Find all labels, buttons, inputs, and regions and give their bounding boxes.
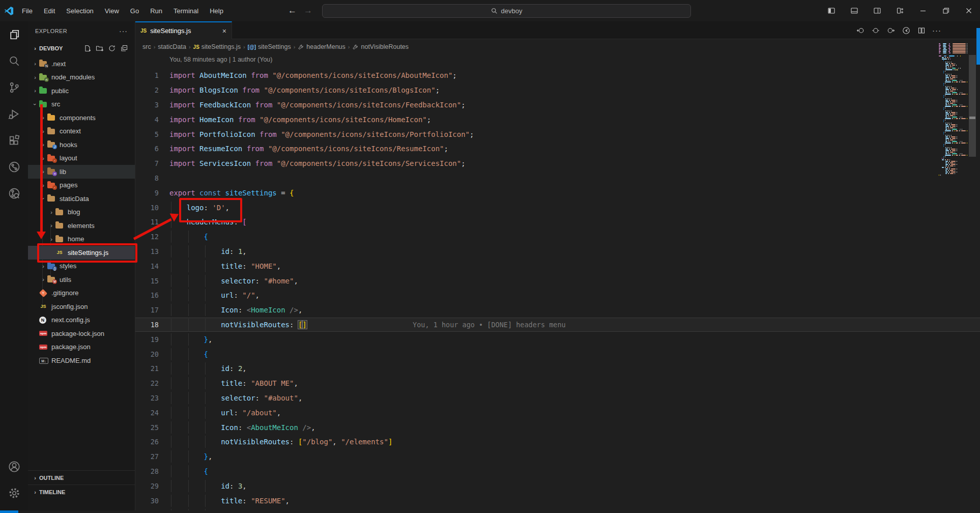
line-number[interactable]: 3 — [135, 101, 169, 109]
line-number[interactable]: 15 — [135, 277, 169, 285]
code-line-11[interactable]: 11 headerMenus: [ — [135, 215, 980, 230]
nav-forward-arrow-icon[interactable]: → — [304, 6, 312, 16]
code-line-16[interactable]: 16 url: "/", — [135, 288, 980, 303]
tree-item-node-modules[interactable]: ›nnode_modules — [28, 71, 135, 84]
timeline-section-header[interactable]: › TIMELINE — [28, 484, 135, 499]
scrollbar-thumb[interactable] — [969, 55, 976, 157]
nav-forward-circle-button[interactable] — [886, 25, 896, 36]
line-number[interactable]: 23 — [135, 394, 169, 402]
code-line-4[interactable]: 4import HomeIcon from "@/components/icon… — [135, 112, 980, 127]
tree-item-context[interactable]: ›context — [28, 125, 135, 138]
code-line-17[interactable]: 17 Icon: <HomeIcon />, — [135, 303, 980, 318]
more-actions-button[interactable]: ··· — [932, 25, 942, 36]
refresh-button[interactable] — [107, 44, 117, 53]
layout-sidebar-right-button[interactable] — [866, 0, 888, 21]
code-line-15[interactable]: 15 selector: "#home", — [135, 273, 980, 288]
menu-help[interactable]: Help — [205, 5, 228, 17]
breadcrumb-item-staticdata[interactable]: staticData — [158, 43, 186, 50]
tree-item--next[interactable]: ›N.next — [28, 57, 135, 71]
tree-item-package-json[interactable]: npmpackage.json — [28, 340, 135, 354]
minimap[interactable] — [939, 43, 968, 176]
line-number[interactable]: 17 — [135, 306, 169, 314]
line-number[interactable]: 25 — [135, 423, 169, 432]
code-line-6[interactable]: 6import ResumeIcon from "@/components/ic… — [135, 141, 980, 156]
code-line-21[interactable]: 21 id: 2, — [135, 361, 980, 376]
code-line-7[interactable]: 7import ServicesIcon from "@/components/… — [135, 156, 980, 171]
editor-scrollbar[interactable] — [968, 21, 976, 510]
code-line-29[interactable]: 29 id: 3, — [135, 478, 980, 493]
tree-item-lib[interactable]: ›≡lib — [28, 165, 135, 179]
menu-terminal[interactable]: Terminal — [169, 5, 203, 17]
tree-item--gitignore[interactable]: ⑂.gitignore — [28, 287, 135, 300]
tree-item-jsconfig-json[interactable]: JSjsconfig.json — [28, 300, 135, 314]
code-line-30[interactable]: 30 title: "RESUME", — [135, 493, 980, 508]
code-editor[interactable]: You, 58 minutes ago | 1 author (You) 1im… — [135, 54, 980, 513]
tree-item-blog[interactable]: ›blog — [28, 206, 135, 219]
line-number[interactable]: 28 — [135, 467, 169, 475]
line-number[interactable]: 13 — [135, 247, 169, 255]
tree-item-home[interactable]: ›home — [28, 233, 135, 246]
line-number[interactable]: 10 — [135, 204, 169, 212]
file-history-button[interactable] — [901, 25, 911, 36]
tree-item-components[interactable]: ›components — [28, 111, 135, 125]
menu-view[interactable]: View — [100, 5, 124, 17]
code-line-24[interactable]: 24 url: "/about", — [135, 405, 980, 420]
line-number[interactable]: 8 — [135, 174, 169, 182]
line-number[interactable]: 18 — [135, 321, 169, 329]
code-line-25[interactable]: 25 Icon: <AboutMeIcon />, — [135, 420, 980, 435]
tab-sitesettings[interactable]: JS siteSettings.js × — [135, 21, 232, 39]
tree-item-next-config-js[interactable]: Nnext.config.js — [28, 314, 135, 327]
line-number[interactable]: 30 — [135, 497, 169, 505]
activity-source-control[interactable] — [0, 74, 28, 101]
layout-sidebar-left-button[interactable] — [820, 0, 843, 21]
code-line-5[interactable]: 5import PortfolioIcon from "@/components… — [135, 127, 980, 141]
code-line-9[interactable]: 9export const siteSettings = { — [135, 185, 980, 200]
line-number[interactable]: 21 — [135, 364, 169, 373]
code-line-18[interactable]: 18 notVisibleRoutes: []You, 1 hour ago •… — [135, 318, 980, 332]
tree-item-package-lock-json[interactable]: npmpackage-lock.json — [28, 327, 135, 340]
new-file-button[interactable] — [83, 44, 92, 53]
menu-file[interactable]: File — [17, 5, 37, 17]
line-number[interactable]: 26 — [135, 438, 169, 446]
remote-indicator[interactable] — [0, 510, 18, 513]
tree-item-sitesettings-js[interactable]: JSsiteSettings.js — [28, 246, 135, 260]
layout-panel-button[interactable] — [843, 0, 866, 21]
tree-item-layout[interactable]: ›◦layout — [28, 152, 135, 165]
tree-item-staticdata[interactable]: ›staticData — [28, 192, 135, 206]
split-editor-button[interactable] — [916, 25, 927, 36]
line-number[interactable]: 14 — [135, 262, 169, 270]
tree-item-utils[interactable]: ›⚒utils — [28, 273, 135, 287]
line-number[interactable]: 29 — [135, 482, 169, 490]
activity-extensions[interactable] — [0, 127, 28, 154]
breadcrumb-item-src[interactable]: src — [142, 43, 151, 50]
menu-selection[interactable]: Selection — [62, 5, 98, 17]
code-line-22[interactable]: 22 title: "ABOUT ME", — [135, 376, 980, 391]
activity-accounts[interactable] — [0, 453, 28, 480]
line-number[interactable]: 19 — [135, 335, 169, 344]
codelens-blame[interactable]: You, 58 minutes ago | 1 author (You) — [169, 56, 272, 63]
breadcrumb-item-sitesettings-js[interactable]: JSsiteSettings.js — [193, 43, 241, 50]
line-number[interactable]: 12 — [135, 233, 169, 241]
activity-settings[interactable] — [0, 480, 28, 506]
close-button[interactable] — [957, 0, 980, 21]
tree-item-readme-md[interactable]: M↓README.md — [28, 354, 135, 367]
tree-item-pages[interactable]: ›◦pages — [28, 179, 135, 192]
line-number[interactable]: 7 — [135, 159, 169, 167]
code-line-26[interactable]: 26 notVisibleRoutes: ["/blog", "/element… — [135, 435, 980, 449]
line-number[interactable]: 11 — [135, 218, 169, 226]
minimize-button[interactable] — [911, 0, 934, 21]
breadcrumb-item-notvisibleroutes[interactable]: notVisibleRoutes — [352, 43, 409, 50]
restore-button[interactable] — [934, 0, 957, 21]
activity-run-debug[interactable] — [0, 101, 28, 127]
code-line-23[interactable]: 23 selector: "#about", — [135, 391, 980, 406]
project-root-row[interactable]: › DEVBOY — [28, 41, 135, 56]
line-number[interactable]: 24 — [135, 409, 169, 417]
tree-item-styles[interactable]: ›{}styles — [28, 260, 135, 273]
code-line-10[interactable]: 10 logo: 'D', — [135, 200, 980, 215]
code-line-28[interactable]: 28 { — [135, 464, 980, 479]
tree-item-src[interactable]: ›src — [28, 98, 135, 111]
line-number[interactable]: 9 — [135, 189, 169, 197]
outline-section-header[interactable]: › OUTLINE — [28, 470, 135, 484]
code-line-3[interactable]: 3import FeedbackIcon from "@/components/… — [135, 98, 980, 112]
activity-gitlens[interactable] — [0, 154, 28, 180]
